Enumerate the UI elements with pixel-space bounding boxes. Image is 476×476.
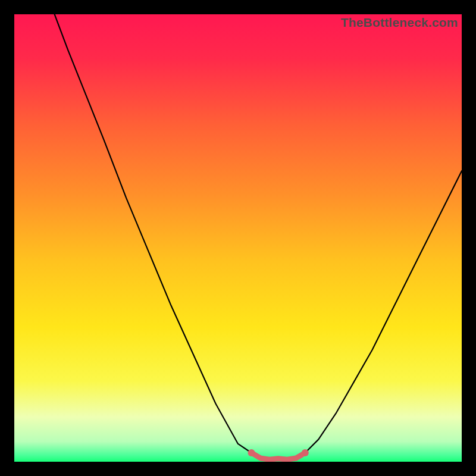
chart-svg [14,14,462,462]
series-marker [248,449,255,456]
watermark-text: TheBottleneck.com [341,15,458,30]
chart-frame: TheBottleneck.com [14,14,462,462]
gradient-background [14,14,462,462]
series-marker [302,449,309,456]
